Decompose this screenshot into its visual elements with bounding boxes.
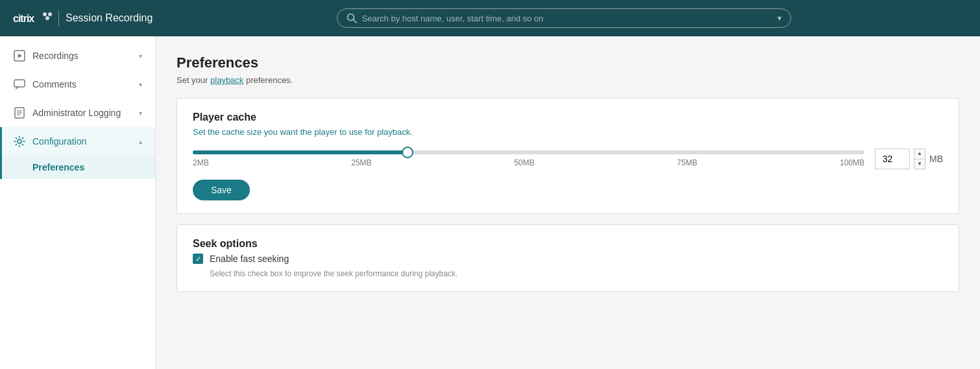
slider-input-group: ▲ ▼ MB <box>875 149 943 169</box>
fast-seeking-row: ✓ Enable fast seeking <box>193 254 943 264</box>
header-divider <box>58 10 59 26</box>
fast-seeking-checkbox[interactable]: ✓ <box>193 254 203 264</box>
slider-container: 2MB 25MB 50MB 75MB 100MB ▲ ▼ MB <box>193 149 943 169</box>
svg-marker-7 <box>18 54 22 58</box>
sidebar-subitem-preferences-label: Preferences <box>32 162 84 173</box>
sidebar-item-admin-label: Administrator Logging <box>32 108 132 118</box>
sidebar-item-comments-label: Comments <box>32 79 132 89</box>
seek-options-title: Seek options <box>193 238 943 250</box>
search-icon <box>347 13 357 23</box>
slider-label-25mb: 25MB <box>351 158 371 167</box>
slider-label-2mb: 2MB <box>193 158 209 167</box>
sidebar-item-config-label: Configuration <box>32 136 132 147</box>
main-content: Preferences Set your playback preference… <box>156 36 980 369</box>
slider-label-50mb: 50MB <box>514 158 534 167</box>
page-subtitle: Set your playback preferences. <box>177 75 959 85</box>
sidebar-item-recordings[interactable]: Recordings ▾ <box>0 42 155 70</box>
slider-label-100mb: 100MB <box>840 158 864 167</box>
unit-label: MB <box>929 154 943 164</box>
checkmark-icon: ✓ <box>195 255 201 263</box>
sidebar-item-comments[interactable]: Comments ▾ <box>0 70 155 99</box>
slider-fill <box>193 150 408 154</box>
sidebar-item-admin-logging[interactable]: Administrator Logging ▾ <box>0 99 155 127</box>
app-title: Session Recording <box>66 12 153 24</box>
player-cache-card: Player cache Set the cache size you want… <box>177 98 959 214</box>
slider-thumb[interactable] <box>402 147 413 158</box>
config-chevron: ▴ <box>139 138 142 145</box>
svg-rect-8 <box>14 80 25 87</box>
log-icon <box>13 106 26 119</box>
recordings-chevron: ▾ <box>139 53 142 60</box>
citrix-logo-text: citrix <box>13 11 52 25</box>
sidebar-subitem-preferences[interactable]: Preferences <box>0 156 155 179</box>
player-cache-title: Player cache <box>193 112 943 123</box>
spinner-down-button[interactable]: ▼ <box>914 160 925 169</box>
svg-point-13 <box>18 139 21 143</box>
sidebar-item-configuration[interactable]: Configuration ▴ <box>0 127 155 156</box>
svg-text:citrix: citrix <box>13 13 34 24</box>
player-cache-desc: Set the cache size you want the player t… <box>193 127 943 137</box>
slider-labels: 2MB 25MB 50MB 75MB 100MB <box>193 158 864 167</box>
play-icon <box>13 49 26 62</box>
spinner-buttons: ▲ ▼ <box>914 149 925 169</box>
spinner-up-button[interactable]: ▲ <box>914 149 925 160</box>
sidebar-item-recordings-label: Recordings <box>32 51 132 61</box>
svg-point-2 <box>48 12 52 16</box>
slider-label-75mb: 75MB <box>677 158 697 167</box>
save-button[interactable]: Save <box>193 180 250 200</box>
admin-chevron: ▾ <box>139 110 142 117</box>
page-title: Preferences <box>177 54 959 71</box>
chevron-down-icon[interactable]: ▾ <box>778 14 781 23</box>
cache-size-input[interactable] <box>875 149 910 169</box>
app-header: citrix Session Recording ▾ <box>0 0 980 36</box>
seek-options-card: Seek options ✓ Enable fast seeking Selec… <box>177 224 959 292</box>
fast-seeking-label: Enable fast seeking <box>210 254 289 264</box>
playback-link[interactable]: playback <box>210 75 243 85</box>
app-layout: Recordings ▾ Comments ▾ <box>0 36 980 369</box>
comments-chevron: ▾ <box>139 81 142 88</box>
search-bar[interactable]: ▾ <box>337 8 791 28</box>
comment-icon <box>13 78 26 91</box>
search-input[interactable] <box>362 14 772 23</box>
slider-track[interactable] <box>193 150 864 154</box>
slider-wrapper: 2MB 25MB 50MB 75MB 100MB <box>193 150 864 167</box>
app-logo: citrix Session Recording <box>13 10 153 26</box>
sidebar: Recordings ▾ Comments ▾ <box>0 36 156 369</box>
svg-point-1 <box>43 12 47 16</box>
gear-icon <box>13 135 26 148</box>
fast-seeking-hint: Select this check box to improve the see… <box>210 269 943 278</box>
svg-point-3 <box>45 16 49 20</box>
svg-line-5 <box>353 20 356 23</box>
